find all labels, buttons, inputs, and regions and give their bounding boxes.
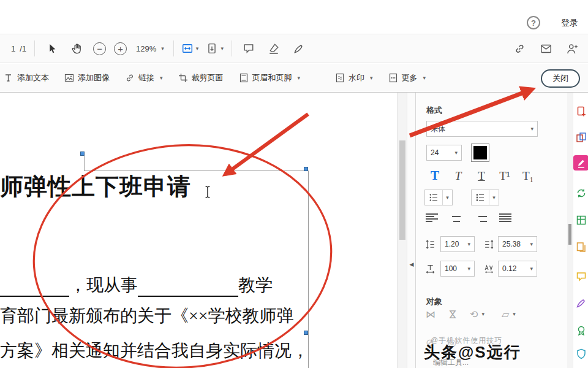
more-dropdown[interactable]: 更多 ▾ <box>388 72 426 83</box>
align-left-button[interactable] <box>426 213 438 223</box>
collapse-left-icon: ◀ <box>410 261 414 267</box>
chevron-down-icon: ▾ <box>442 190 452 205</box>
create-pdf-button[interactable] <box>576 106 587 117</box>
selection-edge-right <box>308 171 309 368</box>
comment-tool-button[interactable] <box>240 40 257 57</box>
selection-handle-top-right[interactable] <box>304 167 308 171</box>
document-title-text[interactable]: 师弹性上下班申请 <box>0 171 191 202</box>
select-tool-button[interactable] <box>43 40 60 57</box>
chevron-down-icon: ▾ <box>530 266 533 272</box>
document-page[interactable]: 师弹性上下班申请 ，现从事教学 育部门最新颁布的关于《××学校教师弹 方案》相关… <box>0 93 397 368</box>
add-text-style-button[interactable]: T <box>424 167 445 184</box>
align-justify-button[interactable] <box>499 213 511 223</box>
crop-pages-label: 裁剪页面 <box>192 72 224 83</box>
add-text-button[interactable]: 添加文本 <box>4 72 49 83</box>
combine-files-button[interactable] <box>576 132 587 143</box>
arrange-dropdown[interactable]: ▱▾ <box>502 309 516 320</box>
chevron-down-icon: ▾ <box>161 46 164 52</box>
font-color-picker[interactable] <box>471 144 489 162</box>
character-spacing-dropdown[interactable]: 0.12 ▾ <box>498 261 537 277</box>
panel-scrollbar[interactable] <box>567 93 573 368</box>
flip-horizontal-button[interactable]: ⋈ <box>426 309 435 320</box>
export-pdf-button[interactable] <box>576 188 587 199</box>
highlight-tool-button[interactable] <box>265 40 282 57</box>
scan-ocr-button[interactable] <box>576 215 587 226</box>
comment-bubble-icon <box>243 43 254 54</box>
toolbar-divider <box>232 40 232 56</box>
link-chain-icon <box>125 73 135 83</box>
certificates-seal-icon <box>576 325 587 336</box>
zoom-in-button[interactable]: + <box>114 42 127 55</box>
help-button[interactable]: ? <box>527 16 540 29</box>
scrollbar-thumb[interactable] <box>568 224 571 245</box>
line-spacing-icon <box>424 239 435 250</box>
object-tool-button[interactable]: ◎ <box>448 337 456 348</box>
superscript-button[interactable]: T¹ <box>494 167 515 184</box>
object-tool-button[interactable]: ⊘ <box>426 337 434 348</box>
selection-handle-bottom-right[interactable] <box>304 331 308 335</box>
edit-pdf-icon <box>576 158 587 169</box>
zoom-out-button[interactable]: − <box>93 42 106 55</box>
add-image-label: 添加图像 <box>78 72 110 83</box>
line-spacing-dropdown[interactable]: 1.20 ▾ <box>440 236 475 252</box>
rotate-icon: ⟲ <box>470 309 478 320</box>
document-text: ，现从事 <box>69 274 138 297</box>
font-size-dropdown[interactable]: 24 ▾ <box>426 145 462 161</box>
close-button[interactable]: 关闭 <box>541 69 580 88</box>
collapse-panel-button[interactable]: ◀ <box>407 253 416 275</box>
document-text-line[interactable]: 方案》相关通知并结合我自身实际情况， <box>0 339 309 362</box>
underline-style-button[interactable]: T <box>471 167 492 184</box>
login-button[interactable]: 登录 <box>561 18 578 29</box>
organize-pages-button[interactable] <box>576 242 587 253</box>
chevron-down-icon: ▾ <box>196 46 199 52</box>
zoom-level-dropdown[interactable]: 129% ▾ <box>135 44 165 53</box>
edit-pdf-button-selected[interactable] <box>573 155 588 171</box>
document-text-line[interactable]: ，现从事教学 <box>0 274 273 297</box>
comment-panel-button[interactable] <box>576 271 587 282</box>
hand-tool-button[interactable] <box>68 40 85 57</box>
crop-pages-button[interactable]: 裁剪页面 <box>178 72 224 83</box>
horizontal-scale-dropdown[interactable]: 100 ▾ <box>440 261 475 277</box>
selection-handle-top-left[interactable] <box>80 151 85 156</box>
paragraph-spacing-dropdown[interactable]: 25.38 ▾ <box>498 236 537 252</box>
flip-vertical-icon: ⋈ <box>447 310 459 320</box>
fill-sign-tool-button[interactable] <box>290 40 307 57</box>
align-center-button[interactable] <box>450 213 462 223</box>
page-navigation: 1 /1 <box>11 44 26 53</box>
plus-icon: + <box>118 44 123 53</box>
document-scrollbar[interactable] <box>397 93 407 368</box>
object-tool-icon: ◎ <box>448 337 456 348</box>
current-page-field[interactable]: 1 <box>11 44 15 53</box>
page-scrolling-dropdown[interactable]: ▾ <box>206 43 224 54</box>
edit-tools-link[interactable]: 编辑工具... <box>433 358 469 368</box>
align-right-button[interactable] <box>475 213 487 223</box>
share-with-others-button[interactable] <box>564 40 581 57</box>
header-footer-dropdown[interactable]: 页眉和页脚 ▾ <box>239 72 301 83</box>
page-fit-dropdown[interactable]: ▾ <box>182 43 199 54</box>
font-family-dropdown[interactable]: 宋体 ▾ <box>426 121 538 137</box>
fill-sign-button[interactable] <box>576 298 587 309</box>
document-text-line[interactable]: 育部门最新颁布的关于《××学校教师弹 <box>0 304 294 328</box>
subscript-button[interactable]: T₁ <box>518 167 538 184</box>
bullet-list-dropdown[interactable]: ▾ <box>424 190 453 205</box>
flip-vertical-button[interactable]: ⋈ <box>448 309 458 320</box>
combine-files-icon <box>576 132 587 143</box>
comment-icon <box>576 271 587 282</box>
link-dropdown[interactable]: 链接 ▾ <box>125 72 163 83</box>
scrolling-view-icon <box>206 43 217 54</box>
share-link-button[interactable] <box>511 40 528 57</box>
certificates-button[interactable] <box>576 325 587 336</box>
italic-style-button[interactable]: T <box>448 167 469 184</box>
watermark-icon <box>335 73 345 83</box>
chevron-down-icon: ▾ <box>221 46 224 52</box>
scan-ocr-icon <box>576 215 587 226</box>
numbered-list-dropdown[interactable]: ▾ <box>471 190 499 205</box>
chevron-down-icon: ▾ <box>160 75 163 81</box>
watermark-dropdown[interactable]: 水印 ▾ <box>335 72 373 83</box>
send-email-button[interactable] <box>537 40 554 57</box>
scrollbar-thumb[interactable] <box>399 140 405 240</box>
add-image-button[interactable]: 添加图像 <box>64 72 110 83</box>
tools-strip <box>573 93 588 368</box>
rotate-dropdown[interactable]: ⟲▾ <box>470 309 484 320</box>
protect-button[interactable] <box>576 348 587 359</box>
